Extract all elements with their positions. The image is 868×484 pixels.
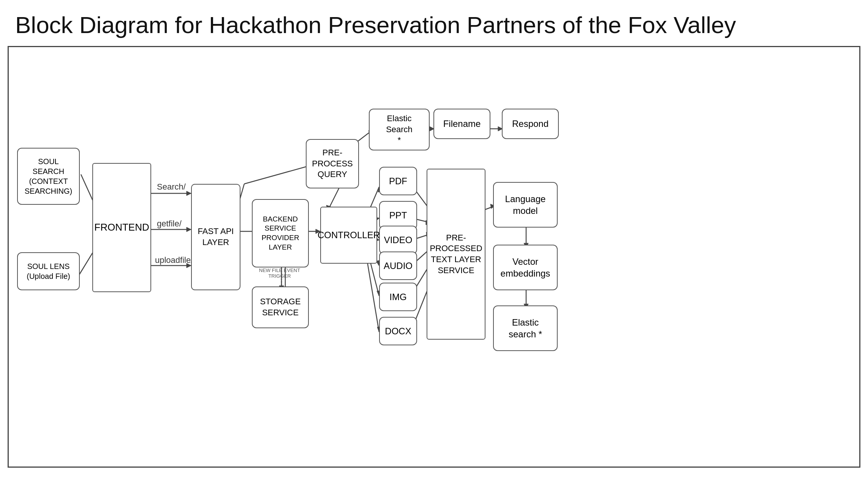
pdf-box: PDF (379, 167, 417, 195)
elastic-search-top-box: Elastic Search * (369, 109, 430, 150)
elastic-search-bottom-box: Elastic search * (493, 305, 558, 351)
new-file-event-label: NEW FILE EVENT TRIGGER (255, 267, 304, 279)
search-label: Search/ (157, 182, 186, 192)
pre-process-query-box: PRE- PROCESS QUERY (306, 139, 359, 188)
respond-box: Respond (502, 109, 559, 139)
ppt-box: PPT (379, 201, 417, 229)
getfile-label: getfile/ (157, 219, 182, 229)
svg-line-13 (244, 165, 313, 184)
audio-box: AUDIO (379, 251, 417, 280)
video-box: VIDEO (379, 226, 417, 254)
vector-embeddings-box: Vector embeddings (493, 245, 558, 290)
soul-lens-box: SOUL LENS (Upload File) (17, 252, 80, 290)
img-box: IMG (379, 283, 417, 311)
uploadfile-label: uploadfile/ (155, 255, 193, 265)
svg-marker-7 (187, 227, 191, 232)
soul-search-box: SOUL SEARCH (CONTEXT SEARCHING) (17, 148, 80, 205)
filename-box: Filename (433, 109, 490, 139)
svg-marker-5 (187, 191, 191, 196)
fast-api-box: FAST API LAYER (191, 184, 240, 290)
page-title: Block Diagram for Hackathon Preservation… (0, 0, 868, 46)
backend-service-box: BACKEND SERVICE PROVIDER LAYER (252, 199, 309, 267)
storage-service-box: STORAGE SERVICE (252, 286, 309, 328)
language-model-box: Language model (493, 182, 558, 228)
docx-box: DOCX (379, 317, 417, 345)
pre-processed-text-box: PRE- PROCESSED TEXT LAYER SERVICE (427, 169, 485, 340)
diagram-container: SOUL SEARCH (CONTEXT SEARCHING) SOUL LEN… (8, 46, 860, 468)
frontend-box: FRONTEND (92, 163, 151, 292)
controller-box: CONTROLLER (320, 207, 377, 264)
